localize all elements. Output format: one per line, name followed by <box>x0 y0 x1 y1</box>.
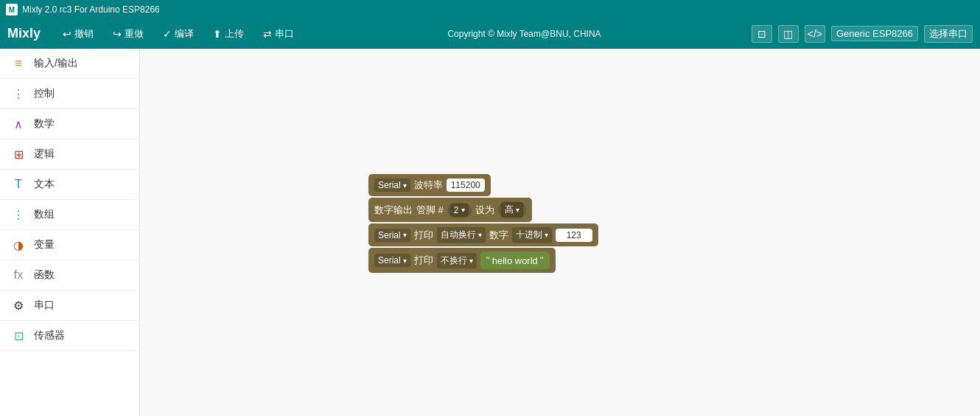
sidebar-item-text[interactable]: T文本 <box>0 170 139 200</box>
string-block[interactable]: " hello world " <box>480 252 550 269</box>
sidebar-label-control: 控制 <box>34 87 55 100</box>
sidebar-label-serial: 串口 <box>34 299 55 312</box>
serial-baud-block[interactable]: Serial 波特率 115200 <box>368 174 491 196</box>
sidebar-item-sensor[interactable]: ⊡传感器 <box>0 321 139 351</box>
print-label-4: 打印 <box>414 254 433 267</box>
upload-button[interactable]: ⬆ 上传 <box>210 26 247 42</box>
main-area: ≡输入/输出⋮控制∧数学⊞逻辑T文本⋮数组◑变量fx函数⚙串口⊡传感器 Seri… <box>0 49 980 416</box>
number-value[interactable]: 123 <box>556 229 592 242</box>
io-icon: ≡ <box>10 55 27 72</box>
logic-icon: ⊞ <box>10 146 27 162</box>
toolbar-icon-2[interactable]: ◫ <box>778 25 799 43</box>
pin-dropdown[interactable]: 2 <box>450 204 469 217</box>
print-label-3: 打印 <box>414 229 433 242</box>
type-label: 数字 <box>489 229 508 242</box>
canvas[interactable]: Serial 波特率 115200 数字输出 管脚 # 2 设为 高 <box>140 49 980 416</box>
block-row-2: 数字输出 管脚 # 2 设为 高 <box>368 198 598 222</box>
redo-button[interactable]: ↪ 重做 <box>110 26 147 42</box>
sidebar-item-array[interactable]: ⋮数组 <box>0 200 139 230</box>
sidebar-label-func: 函数 <box>34 268 55 282</box>
serial-icon: ⚙ <box>10 297 27 313</box>
serial-dropdown-3[interactable]: Serial <box>374 229 410 242</box>
level-dropdown[interactable]: 高 <box>501 202 523 218</box>
sidebar-label-text: 文本 <box>34 178 55 191</box>
baud-label: 波特率 <box>414 178 443 192</box>
board-selector[interactable]: Generic ESP8266 <box>831 26 918 41</box>
text-icon: T <box>10 176 27 193</box>
copyright-text: Copyright © Mixly Team@BNU, CHINA <box>310 29 738 39</box>
level-notch: 高 <box>498 201 526 218</box>
redo-icon: ↪ <box>113 28 122 40</box>
serial-print-str-block[interactable]: Serial 打印 不换行 " hello world " <box>368 248 556 273</box>
block-row-4: Serial 打印 不换行 " hello world " <box>368 248 598 273</box>
app-logo: M <box>6 4 18 15</box>
set-label: 设为 <box>475 204 494 217</box>
serial-print-num-block[interactable]: Serial 打印 自动换行 数字 十进制 123 <box>368 223 598 246</box>
quote-open: " <box>486 254 490 266</box>
port-selector[interactable]: 选择串口 <box>924 25 973 43</box>
quote-close: " <box>540 254 544 266</box>
sidebar-label-io: 输入/输出 <box>34 57 78 70</box>
string-value: hello world <box>492 255 538 266</box>
undo-icon: ↩ <box>63 28 71 40</box>
serial-dropdown-4[interactable]: Serial <box>374 254 410 267</box>
sensor-icon: ⊡ <box>10 327 27 344</box>
sidebar-item-serial[interactable]: ⚙串口 <box>0 291 139 321</box>
brand-label: Mixly <box>7 26 41 41</box>
sidebar: ≡输入/输出⋮控制∧数学⊞逻辑T文本⋮数组◑变量fx函数⚙串口⊡传感器 <box>0 49 140 416</box>
var-icon: ◑ <box>10 237 27 253</box>
digital-output-block[interactable]: 数字输出 管脚 # 2 设为 高 <box>368 198 532 222</box>
sidebar-label-math: 数学 <box>34 117 55 131</box>
toolbar-right: ⊡ ◫ </> Generic ESP8266 选择串口 <box>752 25 973 43</box>
compile-icon: ✓ <box>163 28 172 40</box>
sidebar-item-math[interactable]: ∧数学 <box>0 109 139 139</box>
sidebar-label-array: 数组 <box>34 208 55 221</box>
baud-value[interactable]: 115200 <box>447 178 485 192</box>
toolbar-icon-3[interactable]: </> <box>805 25 825 43</box>
sidebar-item-io[interactable]: ≡输入/输出 <box>0 49 139 79</box>
sidebar-label-sensor: 传感器 <box>34 329 65 342</box>
toolbar: Mixly ↩ 撤销 ↪ 重做 ✓ 编译 ⬆ 上传 ⇄ 串口 Copyright… <box>0 19 980 49</box>
sidebar-label-var: 变量 <box>34 238 55 252</box>
serial-button[interactable]: ⇄ 串口 <box>260 26 297 42</box>
compile-button[interactable]: ✓ 编译 <box>160 26 197 42</box>
math-icon: ∧ <box>10 116 27 132</box>
block-row-3: Serial 打印 自动换行 数字 十进制 123 <box>368 223 598 246</box>
digital-output-label: 数字输出 <box>374 204 413 217</box>
sidebar-item-logic[interactable]: ⊞逻辑 <box>0 139 139 170</box>
pin-label: 管脚 # <box>416 204 444 217</box>
block-row-1: Serial 波特率 115200 <box>368 174 598 196</box>
pin-notch: 2 <box>447 203 472 218</box>
mode-dropdown-3[interactable]: 自动换行 <box>437 227 486 243</box>
window-title: Mixly 2.0 rc3 For Arduino ESP8266 <box>22 4 160 15</box>
mode-dropdown-4[interactable]: 不换行 <box>437 253 477 268</box>
upload-icon: ⬆ <box>213 28 222 40</box>
sidebar-item-control[interactable]: ⋮控制 <box>0 79 139 109</box>
format-dropdown[interactable]: 十进制 <box>512 227 552 243</box>
serial-dropdown-1[interactable]: Serial <box>374 178 410 192</box>
title-bar: M Mixly 2.0 rc3 For Arduino ESP8266 <box>0 0 980 19</box>
sidebar-item-func[interactable]: fx函数 <box>0 260 139 291</box>
func-icon: fx <box>10 267 27 283</box>
sidebar-item-var[interactable]: ◑变量 <box>0 230 139 260</box>
undo-button[interactable]: ↩ 撤销 <box>60 26 97 42</box>
toolbar-icon-1[interactable]: ⊡ <box>752 25 772 43</box>
serial-icon: ⇄ <box>263 28 272 40</box>
sidebar-label-logic: 逻辑 <box>34 148 55 161</box>
control-icon: ⋮ <box>10 86 27 102</box>
block-container: Serial 波特率 115200 数字输出 管脚 # 2 设为 高 <box>368 174 598 274</box>
array-icon: ⋮ <box>10 207 27 223</box>
